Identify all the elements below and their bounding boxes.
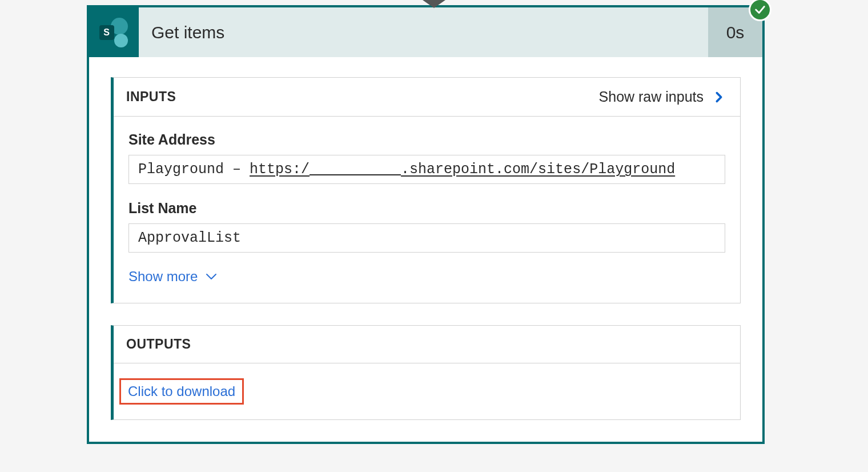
- inputs-panel-body: Site Address Playground – https:/.sharep…: [114, 117, 740, 303]
- site-address-value: Playground – https:/.sharepoint.com/site…: [128, 155, 725, 184]
- site-address-field: Site Address Playground – https:/.sharep…: [128, 131, 725, 184]
- chevron-right-icon: [713, 91, 725, 103]
- list-name-value: ApprovalList: [128, 223, 725, 253]
- success-check-icon: [749, 0, 771, 21]
- site-address-prefix: Playground –: [138, 161, 250, 178]
- sharepoint-icon-letter: S: [99, 25, 114, 40]
- outputs-section-label: OUTPUTS: [126, 337, 191, 352]
- show-raw-inputs-label: Show raw inputs: [599, 89, 704, 105]
- sharepoint-icon: S: [89, 7, 139, 57]
- click-to-download-button[interactable]: Click to download: [119, 378, 244, 405]
- inputs-panel: INPUTS Show raw inputs Site Address Play…: [111, 77, 741, 303]
- list-name-label: List Name: [128, 200, 725, 217]
- site-address-remainder: .sharepoint.com/sites/Playground: [401, 161, 675, 178]
- list-name-field: List Name ApprovalList: [128, 200, 725, 253]
- show-more-button[interactable]: Show more: [128, 269, 725, 285]
- site-address-scheme: https:/: [250, 161, 310, 178]
- outputs-panel-body: Click to download: [114, 363, 740, 419]
- site-address-redacted: [310, 174, 401, 175]
- inputs-section-label: INPUTS: [126, 89, 176, 105]
- card-header[interactable]: S Get items 0s: [89, 7, 762, 57]
- action-card: S Get items 0s INPUTS Show raw inputs Si…: [87, 5, 765, 444]
- action-title: Get items: [139, 7, 708, 57]
- inputs-panel-header: INPUTS Show raw inputs: [114, 78, 740, 117]
- outputs-panel-header: OUTPUTS: [114, 326, 740, 363]
- card-body: INPUTS Show raw inputs Site Address Play…: [89, 57, 762, 420]
- chevron-down-icon: [204, 270, 218, 283]
- show-raw-inputs-button[interactable]: Show raw inputs: [599, 89, 725, 105]
- show-more-label: Show more: [128, 269, 198, 285]
- site-address-label: Site Address: [128, 131, 725, 148]
- connector-arrow-down-icon: [423, 0, 445, 8]
- outputs-panel: OUTPUTS Click to download: [111, 325, 741, 420]
